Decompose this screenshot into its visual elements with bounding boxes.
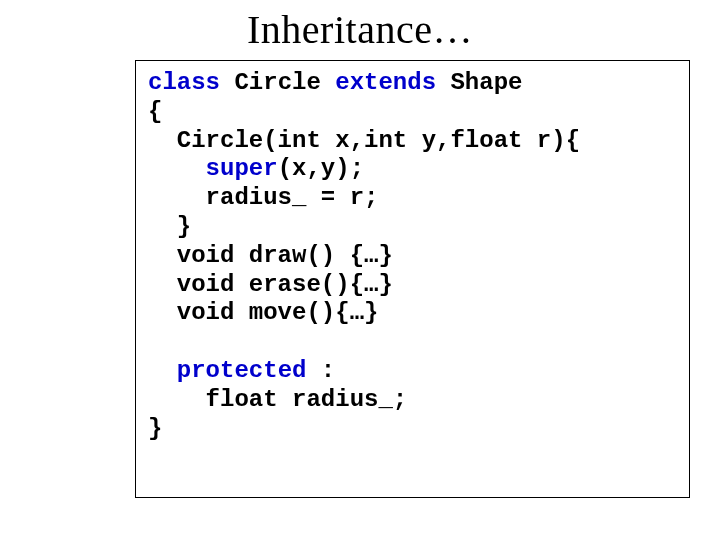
code-line-7: void draw() {…} (148, 242, 393, 269)
code-line-4: super(x,y); (148, 155, 364, 182)
code-line-5: radius_ = r; (148, 184, 378, 211)
code-box: class Circle extends Shape { Circle(int … (135, 60, 690, 498)
code-line-2: { (148, 98, 162, 125)
keyword-extends: extends (335, 69, 436, 96)
keyword-super: super (206, 155, 278, 182)
code-line-9: void move(){…} (148, 299, 378, 326)
code-line-8: void erase(){…} (148, 271, 393, 298)
slide: Inheritance… class Circle extends Shape … (0, 0, 720, 540)
code-line-3: Circle(int x,int y,float r){ (148, 127, 580, 154)
code-line-12: float radius_; (148, 386, 407, 413)
keyword-class: class (148, 69, 220, 96)
code-line-13: } (148, 415, 162, 442)
code-line-11: protected : (148, 357, 335, 384)
keyword-protected: protected (177, 357, 307, 384)
code-line-1: class Circle extends Shape (148, 69, 522, 96)
slide-title: Inheritance… (0, 0, 720, 53)
code-line-6: } (148, 213, 191, 240)
